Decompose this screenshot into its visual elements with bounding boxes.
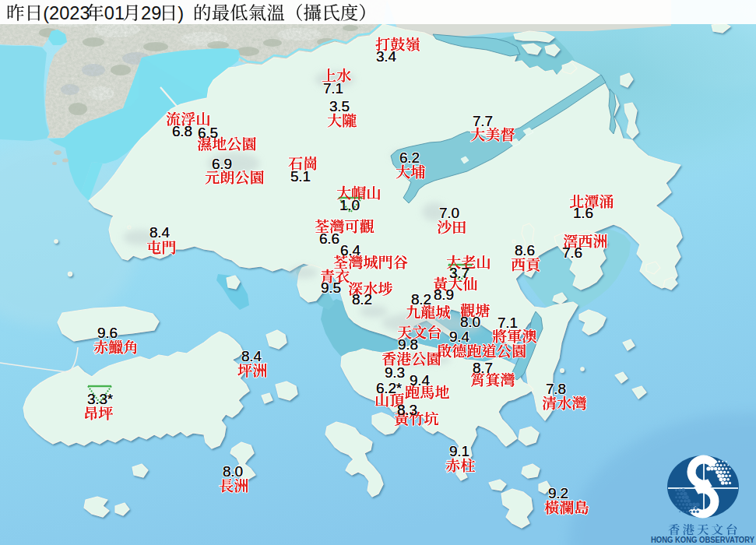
svg-text:9.4: 9.4 (410, 372, 430, 389)
svg-text:7.6: 7.6 (562, 244, 582, 261)
svg-text:8.0: 8.0 (460, 314, 480, 330)
svg-text:7.1: 7.1 (323, 80, 343, 97)
svg-text:3.4: 3.4 (376, 48, 396, 65)
svg-text:8.4: 8.4 (241, 348, 262, 364)
svg-text:6.8: 6.8 (172, 123, 192, 139)
svg-text:3.7: 3.7 (449, 265, 469, 281)
svg-text:5.1: 5.1 (290, 168, 311, 185)
svg-text:9.5: 9.5 (321, 280, 341, 296)
svg-text:6.5: 6.5 (198, 125, 218, 141)
svg-text:9.4: 9.4 (449, 329, 469, 345)
svg-text:8.6: 8.6 (515, 242, 535, 258)
svg-text:1.0: 1.0 (339, 197, 360, 213)
svg-text:9.2: 9.2 (548, 485, 568, 501)
svg-text:8.3: 8.3 (397, 402, 417, 418)
svg-text:8.9: 8.9 (434, 287, 454, 303)
svg-text:3.5: 3.5 (329, 98, 350, 114)
svg-text:7.0: 7.0 (439, 205, 459, 221)
svg-text:9.6: 9.6 (97, 325, 118, 341)
svg-text:8.7: 8.7 (473, 360, 493, 376)
svg-text:29: 29 (141, 3, 161, 23)
svg-text:8.4: 8.4 (149, 224, 170, 241)
svg-text:6.6: 6.6 (319, 230, 339, 247)
svg-text:9.1: 9.1 (449, 443, 469, 459)
svg-text:6.4: 6.4 (340, 242, 360, 258)
svg-text:6.9: 6.9 (212, 156, 232, 172)
svg-text:2023: 2023 (49, 3, 90, 23)
svg-text:8.2: 8.2 (352, 291, 372, 308)
svg-text:9.3: 9.3 (385, 364, 405, 381)
svg-text:1.6: 1.6 (573, 205, 593, 221)
svg-text:7.8: 7.8 (546, 381, 566, 397)
svg-text:): ) (178, 3, 184, 23)
svg-text:9.8: 9.8 (398, 336, 418, 353)
svg-text:6.2*: 6.2* (376, 380, 403, 396)
svg-text:8.0: 8.0 (223, 463, 243, 480)
svg-text:8.2: 8.2 (411, 291, 431, 308)
svg-text:(: ( (43, 3, 49, 23)
svg-text:01: 01 (104, 3, 125, 23)
svg-text:7.1: 7.1 (498, 315, 518, 331)
svg-text:3.3*: 3.3* (87, 391, 114, 407)
svg-text:6.2: 6.2 (399, 149, 420, 166)
svg-text:7.7: 7.7 (473, 113, 493, 129)
svg-text:HONG KONG OBSERVATORY: HONG KONG OBSERVATORY (651, 535, 754, 544)
